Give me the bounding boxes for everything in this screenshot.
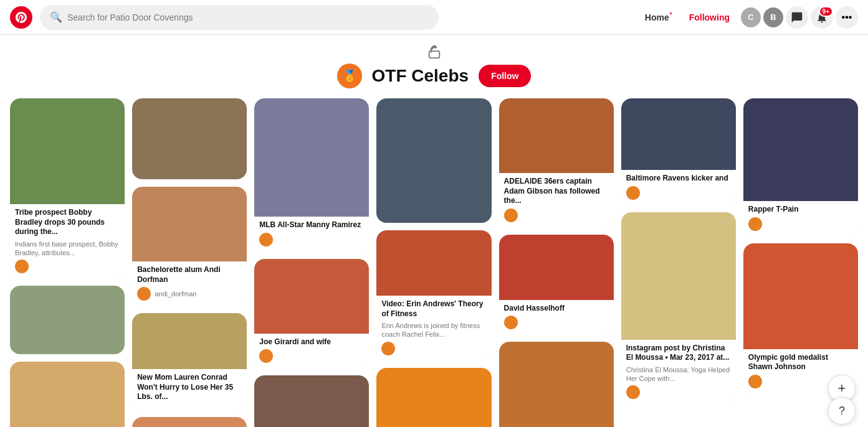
- pin-user-avatar: [748, 375, 762, 388]
- pin-subtitle: Indians first base prospect, Bobby Bradl…: [15, 240, 120, 258]
- pin-card[interactable]: 2004 Olympic All-Around Champion and mem…: [254, 375, 369, 427]
- notifications-button[interactable]: 9+: [811, 6, 833, 29]
- pin-subtitle: Christina El Moussa: Yoga Helped Her Cop…: [626, 365, 731, 383]
- board-title: OTF Celebs: [372, 66, 469, 86]
- pin-user-avatar: [504, 316, 518, 329]
- pin-user-avatar: [259, 233, 273, 246]
- share-button[interactable]: [427, 45, 441, 59]
- pin-card[interactable]: [10, 286, 125, 354]
- nav-links: Home Following C B 9+ •••: [636, 6, 858, 29]
- pins-grid: Tribe prospect Bobby Bradley drops 30 po…: [0, 93, 868, 427]
- search-input[interactable]: [67, 12, 429, 22]
- pin-card[interactable]: Instagram post by Christina El Moussa • …: [621, 212, 736, 405]
- pin-description: Instagram post by Christina El Moussa • …: [626, 344, 731, 363]
- user-avatar-c[interactable]: C: [741, 7, 761, 27]
- fab-help-button[interactable]: ?: [828, 397, 856, 425]
- pin-card[interactable]: MLB All-Star Manny Ramirez: [254, 98, 369, 251]
- pin-subtitle: Erin Andrews is joined by fitness coach …: [381, 321, 486, 339]
- ellipsis-icon: •••: [842, 12, 852, 23]
- pin-description: Video: Erin Andrews' Theory of Fitness: [381, 299, 486, 319]
- pin-description: Rapper T-Pain: [748, 205, 853, 215]
- pin-card[interactable]: [132, 98, 247, 179]
- board-title-row: 🏅 OTF Celebs Follow: [337, 63, 532, 88]
- search-icon: 🔍: [50, 11, 62, 23]
- pin-user-avatar: [748, 217, 762, 231]
- pin-description: Baltimore Ravens kicker and: [626, 174, 731, 184]
- pin-card[interactable]: Check out Dr. Dubrow from Botched wearin…: [10, 362, 125, 427]
- top-nav: 🔍 Home Following C B 9+ •••: [0, 0, 868, 35]
- search-bar[interactable]: 🔍: [40, 5, 439, 30]
- pin-card[interactable]: Mia Hamm, forward for the United States …: [132, 417, 247, 427]
- messages-button[interactable]: [786, 6, 808, 29]
- home-nav[interactable]: Home: [636, 7, 678, 27]
- pin-description: David Hasselhoff: [504, 304, 609, 314]
- user-avatar-b[interactable]: B: [763, 7, 783, 27]
- pin-card[interactable]: Video: Erin Andrews' Theory of FitnessEr…: [376, 230, 491, 360]
- pin-card[interactable]: Rapper T-Pain: [743, 98, 858, 236]
- pin-description: Olympic gold medalist Shawn Johnson: [748, 353, 853, 372]
- pin-user-avatar: [15, 260, 29, 273]
- pin-user-avatar: [381, 342, 395, 355]
- pin-description: New Mom Lauren Conrad Won't Hurry to Los…: [137, 373, 242, 402]
- pin-description: Joe Girardi and wife: [259, 337, 364, 347]
- pin-card[interactable]: San Diego Chargers Safety, Eric Weddle: [376, 368, 491, 427]
- notification-badge: 9+: [819, 6, 833, 17]
- pin-description: ADELAIDE 36ers captain Adam Gibson has f…: [504, 177, 609, 206]
- pin-card[interactable]: ESPN co-host of Mike & Mike in the Morni…: [499, 342, 614, 427]
- pin-card[interactable]: ADELAIDE 36ers captain Adam Gibson has f…: [499, 98, 614, 227]
- pin-card[interactable]: Olympic gold medalist Shawn Johnson: [743, 243, 858, 393]
- pin-description: MLB All-Star Manny Ramirez: [259, 220, 364, 230]
- pin-description: Tribe prospect Bobby Bradley drops 30 po…: [15, 208, 120, 237]
- pin-user-avatar: [626, 385, 640, 399]
- board-avatar: 🏅: [337, 63, 362, 88]
- board-header: 🏅 OTF Celebs Follow: [0, 35, 868, 93]
- pin-card[interactable]: David Hasselhoff: [499, 235, 614, 335]
- more-options-button[interactable]: •••: [836, 6, 858, 29]
- pinterest-logo[interactable]: [10, 6, 32, 29]
- pin-card[interactable]: Joe Girardi and wife: [254, 259, 369, 368]
- pin-user-name: andi_dorfman: [155, 290, 196, 298]
- pin-card[interactable]: [376, 98, 491, 223]
- pin-description: Bachelorette alum Andi Dorfman: [137, 265, 242, 284]
- pin-user-avatar: [626, 186, 640, 200]
- pin-user-avatar: [504, 209, 518, 222]
- pin-user-avatar: [137, 287, 151, 301]
- svg-rect-0: [429, 51, 439, 58]
- following-nav[interactable]: Following: [680, 7, 738, 27]
- pin-user-avatar: [259, 349, 273, 363]
- follow-button[interactable]: Follow: [479, 65, 531, 87]
- pin-card[interactable]: New Mom Lauren Conrad Won't Hurry to Los…: [132, 313, 247, 410]
- pin-card[interactable]: Baltimore Ravens kicker and: [621, 98, 736, 205]
- pin-card[interactable]: Tribe prospect Bobby Bradley drops 30 po…: [10, 98, 125, 278]
- pin-card[interactable]: Bachelorette alum Andi Dorfmanandi_dorfm…: [132, 187, 247, 306]
- home-dot: [669, 11, 673, 16]
